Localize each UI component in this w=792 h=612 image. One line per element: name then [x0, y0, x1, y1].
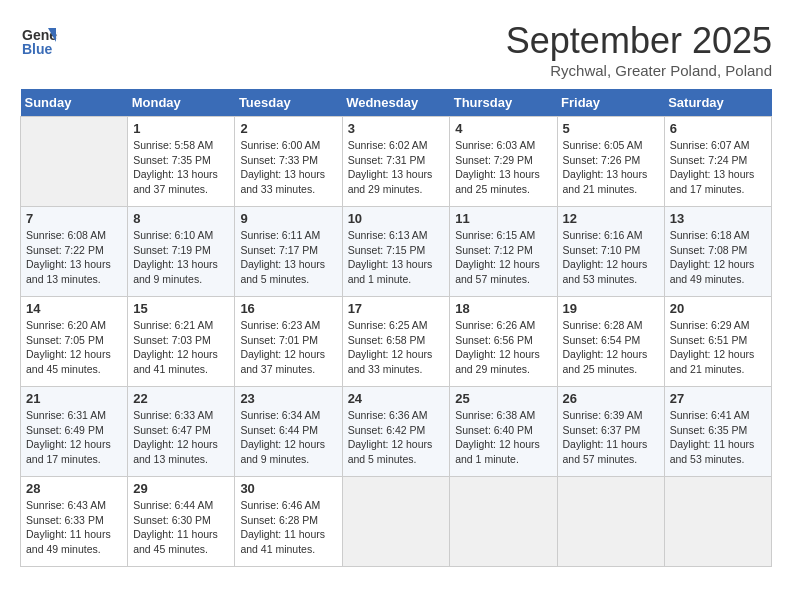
- calendar-cell: [21, 117, 128, 207]
- day-number: 28: [26, 481, 122, 496]
- day-info: Sunrise: 5:58 AM Sunset: 7:35 PM Dayligh…: [133, 138, 229, 197]
- calendar-week-2: 7Sunrise: 6:08 AM Sunset: 7:22 PM Daylig…: [21, 207, 772, 297]
- calendar-table: Sunday Monday Tuesday Wednesday Thursday…: [20, 89, 772, 567]
- day-number: 7: [26, 211, 122, 226]
- calendar-cell: 10Sunrise: 6:13 AM Sunset: 7:15 PM Dayli…: [342, 207, 450, 297]
- calendar-cell: 17Sunrise: 6:25 AM Sunset: 6:58 PM Dayli…: [342, 297, 450, 387]
- day-info: Sunrise: 6:43 AM Sunset: 6:33 PM Dayligh…: [26, 498, 122, 557]
- calendar-cell: 12Sunrise: 6:16 AM Sunset: 7:10 PM Dayli…: [557, 207, 664, 297]
- day-number: 22: [133, 391, 229, 406]
- day-number: 14: [26, 301, 122, 316]
- day-number: 26: [563, 391, 659, 406]
- day-info: Sunrise: 6:26 AM Sunset: 6:56 PM Dayligh…: [455, 318, 551, 377]
- header-row: Sunday Monday Tuesday Wednesday Thursday…: [21, 89, 772, 117]
- day-number: 23: [240, 391, 336, 406]
- calendar-cell: 29Sunrise: 6:44 AM Sunset: 6:30 PM Dayli…: [128, 477, 235, 567]
- day-info: Sunrise: 6:13 AM Sunset: 7:15 PM Dayligh…: [348, 228, 445, 287]
- day-info: Sunrise: 6:21 AM Sunset: 7:03 PM Dayligh…: [133, 318, 229, 377]
- day-info: Sunrise: 6:20 AM Sunset: 7:05 PM Dayligh…: [26, 318, 122, 377]
- calendar-cell: 2Sunrise: 6:00 AM Sunset: 7:33 PM Daylig…: [235, 117, 342, 207]
- day-info: Sunrise: 6:44 AM Sunset: 6:30 PM Dayligh…: [133, 498, 229, 557]
- day-info: Sunrise: 6:31 AM Sunset: 6:49 PM Dayligh…: [26, 408, 122, 467]
- calendar-week-1: 1Sunrise: 5:58 AM Sunset: 7:35 PM Daylig…: [21, 117, 772, 207]
- calendar-title: September 2025: [506, 20, 772, 62]
- day-info: Sunrise: 6:03 AM Sunset: 7:29 PM Dayligh…: [455, 138, 551, 197]
- calendar-cell: 9Sunrise: 6:11 AM Sunset: 7:17 PM Daylig…: [235, 207, 342, 297]
- day-info: Sunrise: 6:05 AM Sunset: 7:26 PM Dayligh…: [563, 138, 659, 197]
- col-monday: Monday: [128, 89, 235, 117]
- day-number: 29: [133, 481, 229, 496]
- calendar-cell: 15Sunrise: 6:21 AM Sunset: 7:03 PM Dayli…: [128, 297, 235, 387]
- logo-icon: General Blue: [20, 20, 58, 58]
- calendar-cell: 14Sunrise: 6:20 AM Sunset: 7:05 PM Dayli…: [21, 297, 128, 387]
- calendar-header: Sunday Monday Tuesday Wednesday Thursday…: [21, 89, 772, 117]
- day-info: Sunrise: 6:38 AM Sunset: 6:40 PM Dayligh…: [455, 408, 551, 467]
- day-number: 15: [133, 301, 229, 316]
- day-number: 21: [26, 391, 122, 406]
- day-info: Sunrise: 6:11 AM Sunset: 7:17 PM Dayligh…: [240, 228, 336, 287]
- calendar-cell: 22Sunrise: 6:33 AM Sunset: 6:47 PM Dayli…: [128, 387, 235, 477]
- calendar-subtitle: Rychwal, Greater Poland, Poland: [506, 62, 772, 79]
- calendar-cell: 24Sunrise: 6:36 AM Sunset: 6:42 PM Dayli…: [342, 387, 450, 477]
- day-number: 8: [133, 211, 229, 226]
- calendar-cell: 8Sunrise: 6:10 AM Sunset: 7:19 PM Daylig…: [128, 207, 235, 297]
- day-number: 12: [563, 211, 659, 226]
- day-info: Sunrise: 6:41 AM Sunset: 6:35 PM Dayligh…: [670, 408, 766, 467]
- col-wednesday: Wednesday: [342, 89, 450, 117]
- calendar-week-4: 21Sunrise: 6:31 AM Sunset: 6:49 PM Dayli…: [21, 387, 772, 477]
- calendar-cell: [557, 477, 664, 567]
- day-number: 19: [563, 301, 659, 316]
- col-saturday: Saturday: [664, 89, 771, 117]
- day-number: 13: [670, 211, 766, 226]
- col-sunday: Sunday: [21, 89, 128, 117]
- day-number: 25: [455, 391, 551, 406]
- col-friday: Friday: [557, 89, 664, 117]
- calendar-cell: 21Sunrise: 6:31 AM Sunset: 6:49 PM Dayli…: [21, 387, 128, 477]
- day-info: Sunrise: 6:46 AM Sunset: 6:28 PM Dayligh…: [240, 498, 336, 557]
- calendar-cell: 26Sunrise: 6:39 AM Sunset: 6:37 PM Dayli…: [557, 387, 664, 477]
- calendar-cell: 1Sunrise: 5:58 AM Sunset: 7:35 PM Daylig…: [128, 117, 235, 207]
- col-tuesday: Tuesday: [235, 89, 342, 117]
- svg-text:Blue: Blue: [22, 41, 53, 57]
- logo: General Blue: [20, 20, 58, 58]
- calendar-cell: [450, 477, 557, 567]
- day-number: 24: [348, 391, 445, 406]
- calendar-week-3: 14Sunrise: 6:20 AM Sunset: 7:05 PM Dayli…: [21, 297, 772, 387]
- calendar-cell: [342, 477, 450, 567]
- calendar-week-5: 28Sunrise: 6:43 AM Sunset: 6:33 PM Dayli…: [21, 477, 772, 567]
- day-info: Sunrise: 6:25 AM Sunset: 6:58 PM Dayligh…: [348, 318, 445, 377]
- day-number: 20: [670, 301, 766, 316]
- day-info: Sunrise: 6:10 AM Sunset: 7:19 PM Dayligh…: [133, 228, 229, 287]
- calendar-cell: 6Sunrise: 6:07 AM Sunset: 7:24 PM Daylig…: [664, 117, 771, 207]
- day-number: 16: [240, 301, 336, 316]
- day-info: Sunrise: 6:16 AM Sunset: 7:10 PM Dayligh…: [563, 228, 659, 287]
- col-thursday: Thursday: [450, 89, 557, 117]
- page-header: General Blue September 2025 Rychwal, Gre…: [20, 20, 772, 79]
- day-info: Sunrise: 6:07 AM Sunset: 7:24 PM Dayligh…: [670, 138, 766, 197]
- calendar-cell: 30Sunrise: 6:46 AM Sunset: 6:28 PM Dayli…: [235, 477, 342, 567]
- day-info: Sunrise: 6:28 AM Sunset: 6:54 PM Dayligh…: [563, 318, 659, 377]
- day-number: 3: [348, 121, 445, 136]
- day-number: 17: [348, 301, 445, 316]
- calendar-cell: 18Sunrise: 6:26 AM Sunset: 6:56 PM Dayli…: [450, 297, 557, 387]
- day-info: Sunrise: 6:33 AM Sunset: 6:47 PM Dayligh…: [133, 408, 229, 467]
- day-number: 9: [240, 211, 336, 226]
- title-block: September 2025 Rychwal, Greater Poland, …: [506, 20, 772, 79]
- calendar-cell: 28Sunrise: 6:43 AM Sunset: 6:33 PM Dayli…: [21, 477, 128, 567]
- day-number: 30: [240, 481, 336, 496]
- day-number: 2: [240, 121, 336, 136]
- calendar-cell: 16Sunrise: 6:23 AM Sunset: 7:01 PM Dayli…: [235, 297, 342, 387]
- calendar-cell: 20Sunrise: 6:29 AM Sunset: 6:51 PM Dayli…: [664, 297, 771, 387]
- day-info: Sunrise: 6:34 AM Sunset: 6:44 PM Dayligh…: [240, 408, 336, 467]
- calendar-cell: [664, 477, 771, 567]
- calendar-cell: 23Sunrise: 6:34 AM Sunset: 6:44 PM Dayli…: [235, 387, 342, 477]
- day-number: 10: [348, 211, 445, 226]
- day-info: Sunrise: 6:00 AM Sunset: 7:33 PM Dayligh…: [240, 138, 336, 197]
- calendar-body: 1Sunrise: 5:58 AM Sunset: 7:35 PM Daylig…: [21, 117, 772, 567]
- calendar-cell: 3Sunrise: 6:02 AM Sunset: 7:31 PM Daylig…: [342, 117, 450, 207]
- day-info: Sunrise: 6:08 AM Sunset: 7:22 PM Dayligh…: [26, 228, 122, 287]
- day-info: Sunrise: 6:39 AM Sunset: 6:37 PM Dayligh…: [563, 408, 659, 467]
- day-info: Sunrise: 6:23 AM Sunset: 7:01 PM Dayligh…: [240, 318, 336, 377]
- calendar-cell: 5Sunrise: 6:05 AM Sunset: 7:26 PM Daylig…: [557, 117, 664, 207]
- calendar-cell: 7Sunrise: 6:08 AM Sunset: 7:22 PM Daylig…: [21, 207, 128, 297]
